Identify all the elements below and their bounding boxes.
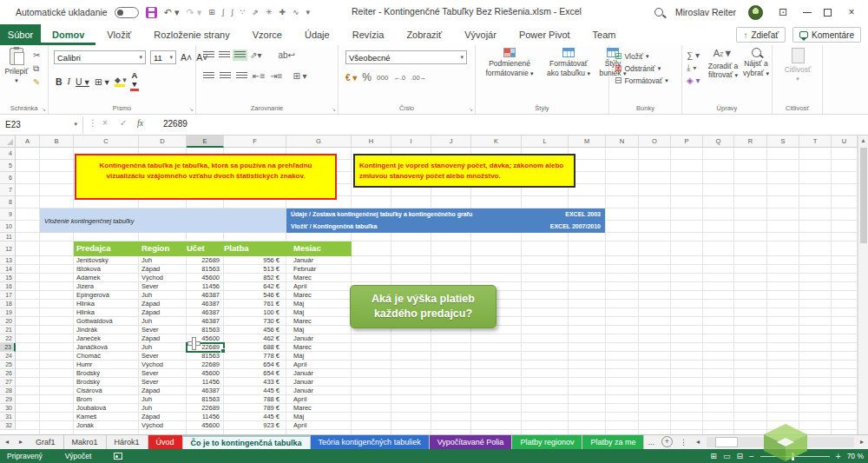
cell-G28[interactable]: Január <box>293 387 350 395</box>
cell-G25[interactable]: Apríl <box>293 360 350 369</box>
cell-G27[interactable]: Január <box>293 378 350 387</box>
cell-F26[interactable]: 654 € <box>224 369 279 378</box>
cell-G29[interactable]: Apríl <box>293 395 350 404</box>
cell-D19[interactable]: Západ <box>141 308 185 317</box>
sheet-tab-vod[interactable]: Úvod <box>148 435 183 449</box>
font-size-combo[interactable]: 11▾ <box>150 50 176 64</box>
cell-F31[interactable]: 445 € <box>224 413 279 421</box>
cell-F16[interactable]: 642 € <box>224 282 279 291</box>
row-header-31[interactable]: 31 <box>0 413 16 421</box>
column-header-J[interactable]: J <box>431 136 471 148</box>
percent-icon[interactable]: % <box>362 71 372 83</box>
increase-decimal-icon[interactable]: ←.0 <box>393 74 405 82</box>
merge-center-icon[interactable]: ⊞ ▾ <box>293 71 306 81</box>
cell-F22[interactable]: 462 € <box>224 334 279 343</box>
cell-F17[interactable]: 546 € <box>224 291 279 300</box>
column-header-E[interactable]: E <box>187 136 224 148</box>
sheet-tab-te-ria-kontigen-n-ch-tabuliek[interactable]: Teória kontigenčných tabuliek <box>311 435 430 449</box>
column-header-F[interactable]: F <box>224 136 286 148</box>
cell-E21[interactable]: 81563 <box>187 326 220 334</box>
cell-G14[interactable]: Február <box>293 265 350 274</box>
row-header-4[interactable]: 4 <box>0 148 16 160</box>
row-header-18[interactable]: 18 <box>0 300 16 308</box>
cell-F13[interactable]: 956 € <box>224 256 279 265</box>
cell-D13[interactable]: Juh <box>141 256 185 265</box>
page-layout-view-icon[interactable]: ▭ <box>723 452 731 460</box>
vertical-scrollbar[interactable]: ▲ <box>858 136 868 434</box>
column-header-R[interactable]: R <box>734 136 767 148</box>
cell-E25[interactable]: 22689 <box>187 360 220 369</box>
cell-E28[interactable]: 46387 <box>187 387 220 395</box>
cell-C19[interactable]: Hlinka <box>76 308 139 317</box>
cell-F14[interactable]: 513 € <box>224 265 279 274</box>
insert-function-icon[interactable]: fx <box>137 118 143 128</box>
row-header-15[interactable]: 15 <box>0 274 16 282</box>
table-header-predajca[interactable]: Predajca <box>76 243 111 253</box>
cell-D18[interactable]: Západ <box>141 300 185 308</box>
cell-C16[interactable]: Jizera <box>76 282 139 291</box>
add-sheet-icon[interactable]: + <box>661 436 673 447</box>
question-callout[interactable]: Aká je výška platieb každého predajcu? <box>350 285 496 328</box>
cell-D15[interactable]: Východ <box>141 274 185 282</box>
cell-C28[interactable]: Cisárová <box>76 387 139 395</box>
cell-G22[interactable]: Január <box>293 334 350 343</box>
sheet-tab-platby-za-me[interactable]: Platby za me <box>582 435 644 449</box>
cell-C24[interactable]: Chomáč <box>76 352 139 360</box>
cell-C29[interactable]: Brom <box>76 395 139 404</box>
formula-bar-value[interactable]: 22689 <box>163 119 187 129</box>
table-header-mesiac[interactable]: Mesiac <box>293 243 321 253</box>
cell-G19[interactable]: Máj <box>293 308 350 317</box>
cell-F24[interactable]: 778 € <box>224 352 279 360</box>
accounting-format-icon[interactable]: € ▾ <box>345 73 357 83</box>
cell-C21[interactable]: Jindrák <box>76 326 139 334</box>
row-header-20[interactable]: 20 <box>0 317 16 326</box>
align-right-icon[interactable] <box>236 72 247 80</box>
comments-button[interactable]: Komentáre <box>792 27 861 43</box>
cut-icon[interactable]: ✂ <box>33 50 40 60</box>
cell-C20[interactable]: Gottwaldová <box>76 317 139 326</box>
cell-C30[interactable]: Joubalová <box>76 404 139 413</box>
cancel-entry-icon[interactable]: × <box>102 118 108 128</box>
cell-C22[interactable]: Janeček <box>76 334 139 343</box>
row-header-5[interactable]: 5 <box>0 160 16 172</box>
cell-G21[interactable]: Máj <box>293 326 350 334</box>
cell-F29[interactable]: 788 € <box>224 395 279 404</box>
row-header-10[interactable]: 10 <box>0 221 16 233</box>
cell-G30[interactable]: Marec <box>293 404 350 413</box>
cell-C25[interactable]: Humr <box>76 360 139 369</box>
cell-G24[interactable]: Máj <box>293 352 350 360</box>
qat-custom-icons[interactable]: ⊞ ∫ ∫ ∵ ⇗ ✳ ✚ ∿ ▾ <box>208 8 311 17</box>
horizontal-scroll-thumb[interactable] <box>715 437 738 447</box>
cell-G18[interactable]: Máj <box>293 300 350 308</box>
cell-C32[interactable]: Jonák <box>76 421 139 430</box>
align-center-icon[interactable] <box>220 72 231 80</box>
autosum-icon[interactable]: ∑ ▾ <box>687 50 700 60</box>
menu-tab-rev-zia[interactable]: Revízia <box>341 24 396 45</box>
font-family-combo[interactable]: Calibri▾ <box>54 50 146 64</box>
insert-cells-button[interactable]: ⊞Vložiť▾ <box>615 51 668 61</box>
row-header-9[interactable]: 9 <box>0 208 16 221</box>
avatar[interactable] <box>748 5 763 20</box>
paste-button[interactable]: Prilepiť▾ <box>3 48 30 84</box>
tab-overflow-ellipsis[interactable]: ... <box>644 435 658 449</box>
cell-C17[interactable]: Epingerová <box>76 291 139 300</box>
column-header-D[interactable]: D <box>139 136 187 148</box>
cell-E20[interactable]: 46387 <box>187 317 220 326</box>
vertical-scroll-thumb[interactable] <box>860 148 867 243</box>
cell-E26[interactable]: 45600 <box>187 369 220 378</box>
menu-tab-zobrazi[interactable]: Zobraziť <box>395 24 453 45</box>
cell-F23[interactable]: 688 € <box>224 343 279 352</box>
menu-tab-team[interactable]: Team <box>582 24 628 45</box>
cell-F18[interactable]: 761 € <box>224 300 279 308</box>
cell-E30[interactable]: 22689 <box>187 404 220 413</box>
menu-tab-daje[interactable]: Údaje <box>293 24 341 45</box>
column-header-B[interactable]: B <box>40 136 74 148</box>
cell-E15[interactable]: 45600 <box>187 274 220 282</box>
align-middle-icon[interactable] <box>219 51 230 59</box>
menu-tab-subor[interactable]: Súbor <box>0 24 41 45</box>
number-dialog-launcher[interactable]: ↘ <box>469 106 473 112</box>
column-header-T[interactable]: T <box>799 136 832 148</box>
sheet-tab-makro1[interactable]: Makro1 <box>64 435 107 449</box>
row-header-21[interactable]: 21 <box>0 326 16 334</box>
confirm-entry-icon[interactable]: ✓ <box>120 118 127 128</box>
